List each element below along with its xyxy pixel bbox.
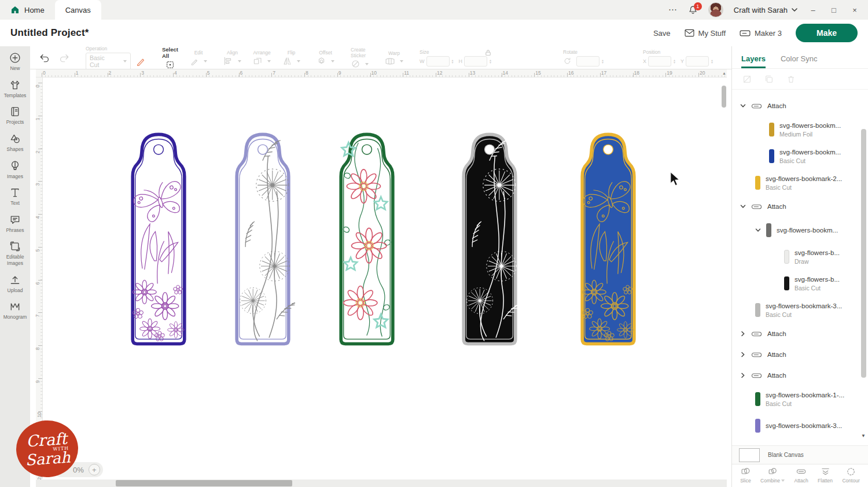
layer-row[interactable]: svg-flowers-b...Draw	[732, 244, 868, 270]
layer-row[interactable]: svg-flowers-b...Basic Cut	[732, 270, 868, 297]
layer-row[interactable]: svg-flowers-bookm...Basic Cut	[732, 143, 868, 169]
delete-icon[interactable]	[786, 75, 796, 84]
flatten-button[interactable]: Flatten	[818, 467, 833, 484]
operation-select[interactable]: Basic Cut	[86, 53, 131, 70]
layer-row[interactable]: svg-flowers-bookmark-1-...Basic Cut	[732, 386, 868, 412]
vruler-number: 4	[35, 216, 41, 219]
machine-select-button[interactable]: Maker 3	[740, 29, 782, 38]
layer-row[interactable]: svg-flowers-bookmark-2...Basic Cut	[732, 169, 868, 196]
warp-icon[interactable]	[385, 57, 395, 65]
sidebar-item-text[interactable]: Text	[0, 187, 30, 206]
position-y-field[interactable]: Y▲▼	[681, 56, 713, 67]
sidebar-item-editable-images[interactable]: Editable Images	[0, 241, 30, 266]
window-minimize-button[interactable]: –	[808, 6, 818, 14]
layer-thumbnail	[769, 149, 774, 163]
position-x-field[interactable]: X▲▼	[643, 56, 676, 67]
window-close-button[interactable]: ×	[849, 6, 860, 14]
vruler-number: 1	[35, 117, 41, 120]
edit-pen-icon[interactable]	[190, 57, 199, 66]
arrange-icon[interactable]	[253, 57, 263, 65]
vscroll-up-icon[interactable]: ▲	[722, 71, 726, 75]
save-button[interactable]: Save	[653, 29, 671, 38]
more-menu-icon[interactable]: ⋯	[668, 5, 678, 15]
group-icon[interactable]	[742, 75, 752, 84]
my-stuff-button[interactable]: My Stuff	[685, 29, 726, 38]
contour-label: Contour	[842, 478, 859, 484]
rotate-field[interactable]: ▲▼	[576, 56, 604, 67]
sidebar-item-shapes[interactable]: Shapes	[0, 133, 30, 153]
layers-scroll-down-icon[interactable]: ▼	[861, 433, 866, 438]
undo-icon[interactable]	[39, 53, 50, 62]
make-button[interactable]: Make	[796, 24, 858, 42]
rotate-icon[interactable]	[563, 57, 572, 65]
canvas-object-bookmark-4-black-dandelion[interactable]	[457, 120, 522, 350]
offset-icon[interactable]	[317, 57, 326, 65]
layer-group-row[interactable]: Attach	[732, 344, 868, 365]
canvas-object-bookmark-5-blue-gold-butterfly[interactable]	[576, 120, 641, 350]
layer-group-row[interactable]: Attach	[732, 95, 868, 116]
tab-home[interactable]: Home	[0, 0, 55, 20]
zoom-in-button[interactable]: +	[89, 464, 100, 475]
layer-group-row[interactable]: Attach	[732, 323, 868, 344]
layer-label: svg-flowers-b...	[795, 249, 840, 257]
avatar[interactable]	[708, 2, 723, 17]
layer-group-row[interactable]: Attach	[732, 365, 868, 386]
sidebar-item-projects[interactable]: Projects	[0, 106, 30, 126]
align-icon[interactable]	[223, 57, 233, 65]
sidebar-item-label: Monogram	[3, 314, 27, 320]
lock-icon[interactable]	[485, 49, 491, 56]
redo-icon[interactable]	[59, 53, 69, 62]
hruler-number: 1	[76, 70, 79, 76]
layer-row[interactable]: svg-flowers-bookm...	[732, 217, 868, 244]
combine-button[interactable]: Combine	[760, 467, 785, 484]
slice-button[interactable]: Slice	[740, 467, 751, 484]
horizontal-scrollbar[interactable]	[36, 479, 727, 487]
my-stuff-icon	[685, 29, 694, 37]
attach-paperclip-icon	[751, 103, 762, 109]
chevron-down-icon[interactable]	[740, 204, 746, 209]
layer-group-row[interactable]: Attach	[732, 196, 868, 217]
layer-operation-label: Medium Foil	[779, 130, 841, 138]
window-maximize-button[interactable]: □	[829, 6, 839, 14]
chevron-right-icon[interactable]	[740, 352, 746, 357]
sidebar-item-phrases[interactable]: Phrases	[0, 214, 30, 234]
size-width-field[interactable]: W▲▼	[420, 56, 454, 67]
size-height-field[interactable]: H▲▼	[458, 56, 491, 67]
chevron-down-icon[interactable]	[755, 227, 761, 233]
contour-button[interactable]: Contour	[842, 467, 859, 484]
duplicate-icon[interactable]	[764, 75, 774, 84]
notifications-bell-icon[interactable]: 1	[688, 5, 698, 15]
hruler-number: 3	[141, 70, 144, 76]
sidebar-item-label: Templates	[4, 93, 27, 99]
select-all-icon[interactable]	[165, 60, 175, 69]
flip-icon[interactable]	[282, 57, 292, 65]
canvas-object-bookmark-2-lavender-dandelion[interactable]	[230, 120, 295, 350]
vertical-scrollbar[interactable]	[721, 78, 727, 479]
canvas-object-bookmark-1-purple-butterfly[interactable]	[126, 120, 191, 350]
sidebar-item-images[interactable]: Images	[0, 160, 30, 180]
sidebar-item-new[interactable]: New	[0, 52, 30, 72]
canvas-object-bookmark-3-green-daisies[interactable]	[334, 120, 399, 350]
layer-list: Attachsvg-flowers-bookm...Medium Foilsvg…	[732, 89, 868, 445]
vertical-ruler: 0123456789101112	[36, 78, 43, 479]
pen-color-icon[interactable]	[135, 56, 146, 67]
attach-button[interactable]: Attach	[795, 467, 808, 484]
tab-canvas[interactable]: Canvas	[55, 0, 101, 20]
tab-layers[interactable]: Layers	[741, 54, 766, 68]
sidebar-item-upload[interactable]: Upload	[0, 274, 30, 294]
chevron-right-icon[interactable]	[740, 331, 746, 337]
layer-row[interactable]: svg-flowers-bookm...Medium Foil	[732, 116, 868, 143]
blank-canvas-row[interactable]: Blank Canvas	[732, 445, 868, 464]
attach-paperclip-icon	[751, 331, 762, 337]
tab-color-sync[interactable]: Color Sync	[781, 54, 818, 68]
account-menu[interactable]: Craft with Sarah	[734, 6, 797, 14]
chevron-down-icon[interactable]	[740, 103, 746, 109]
layer-row[interactable]: svg-flowers-bookmark-3...Basic Cut	[732, 297, 868, 323]
layer-row[interactable]: svg-flowers-bookmark-3...	[732, 412, 868, 439]
sidebar-item-monogram[interactable]: Monogram	[0, 301, 30, 320]
sidebar-item-templates[interactable]: Templates	[0, 79, 30, 99]
create-sticker-icon[interactable]	[351, 60, 361, 68]
chevron-right-icon[interactable]	[740, 372, 746, 378]
layer-label: svg-flowers-bookm...	[777, 226, 838, 235]
layers-scrollbar[interactable]	[861, 93, 866, 442]
